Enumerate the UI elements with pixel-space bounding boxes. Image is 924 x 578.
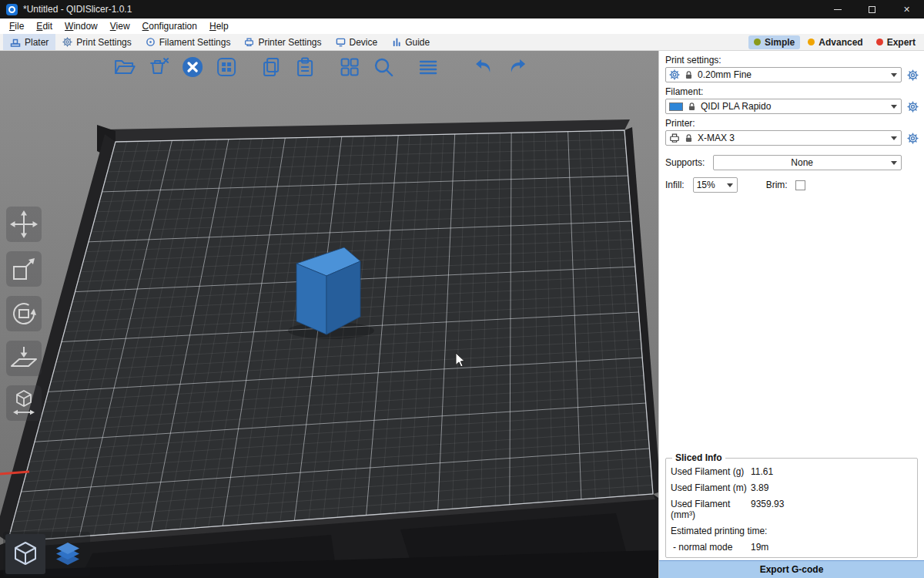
measure-tool-button[interactable] <box>6 385 42 421</box>
3d-cube-icon <box>12 540 39 568</box>
export-gcode-button[interactable]: Export G-code <box>659 560 924 578</box>
menubar: File Edit Window View Configuration Help <box>0 18 924 34</box>
top-toolbar <box>112 54 531 80</box>
left-toolbar <box>6 207 42 421</box>
menu-window[interactable]: Window <box>59 19 104 33</box>
menu-file[interactable]: File <box>3 19 30 33</box>
tab-device[interactable]: Device <box>329 34 385 50</box>
gear-icon <box>907 69 919 81</box>
place-on-face-icon <box>8 343 39 374</box>
mode-label: Expert <box>887 37 916 48</box>
chevron-down-icon <box>891 73 897 77</box>
split-button[interactable] <box>336 54 363 80</box>
supports-select[interactable]: None <box>713 155 902 170</box>
arrange-button[interactable] <box>213 54 239 80</box>
arrange-icon <box>215 55 238 79</box>
printer-select[interactable]: X-MAX 3 <box>665 130 902 146</box>
variable-layer-height-icon <box>417 55 440 79</box>
print-settings-select[interactable]: 0.20mm Fine <box>665 67 902 82</box>
sliced-info-title: Sliced Info <box>672 452 725 463</box>
infill-value: 15% <box>697 180 723 190</box>
place-on-face-tool-button[interactable] <box>6 341 42 376</box>
titlebar: *Untitled - QIDISlicer-1.0.1 ✕ <box>0 0 924 18</box>
redo-icon <box>506 55 529 79</box>
delete-all-button[interactable] <box>179 54 206 80</box>
split-icon <box>338 55 361 79</box>
printer-gear-button[interactable] <box>906 131 919 145</box>
menu-help[interactable]: Help <box>203 19 235 33</box>
mode-simple[interactable]: Simple <box>748 35 800 49</box>
tab-printer-settings[interactable]: Printer Settings <box>237 34 328 50</box>
supports-value: None <box>717 157 887 168</box>
sliced-info-panel: Sliced Info Used Filament (g) 11.61 Used… <box>665 458 918 558</box>
paste-icon <box>293 55 316 79</box>
filament-value: QIDI PLA Rapido <box>701 101 887 112</box>
used-filament-mm3-value: 9359.93 <box>751 499 912 520</box>
tab-guide[interactable]: Guide <box>384 34 437 50</box>
normal-mode-value: 19m <box>751 542 912 553</box>
preset-gear-icon <box>669 69 680 80</box>
tab-plater[interactable]: Plater <box>3 34 55 50</box>
viewport-3d[interactable] <box>0 51 658 578</box>
used-filament-g-label: Used Filament (g) <box>671 466 751 477</box>
chevron-down-icon <box>891 136 897 140</box>
paste-button[interactable] <box>292 54 318 80</box>
undo-button[interactable] <box>470 54 497 80</box>
minimize-icon <box>834 9 842 10</box>
infill-label: Infill: <box>665 180 685 190</box>
filament-color-swatch <box>669 102 683 111</box>
tab-label: Plater <box>25 37 49 48</box>
redo-button[interactable] <box>504 54 531 80</box>
copy-icon <box>259 55 283 79</box>
rotate-tool-button[interactable] <box>6 296 42 331</box>
model-cube[interactable] <box>296 247 360 334</box>
scene-canvas[interactable] <box>0 51 658 578</box>
filament-select[interactable]: QIDI PLA Rapido <box>665 99 902 114</box>
filament-settings-icon <box>146 37 156 47</box>
search-icon <box>372 55 395 79</box>
plater-icon <box>10 37 21 48</box>
brim-checkbox[interactable] <box>795 180 805 190</box>
lock-icon <box>684 133 694 143</box>
tab-label: Printer Settings <box>258 37 321 48</box>
copy-button[interactable] <box>258 54 284 80</box>
preview-layers-button[interactable] <box>48 534 88 574</box>
menu-configuration[interactable]: Configuration <box>136 19 203 33</box>
close-icon: ✕ <box>903 5 910 15</box>
mode-expert[interactable]: Expert <box>871 35 921 49</box>
qidislicer-window: *Untitled - QIDISlicer-1.0.1 ✕ File Edit… <box>0 0 924 578</box>
chevron-down-icon <box>727 183 733 187</box>
search-button[interactable] <box>370 54 397 80</box>
mode-advanced-dot <box>808 39 815 45</box>
open-button[interactable] <box>112 54 138 80</box>
mode-label: Simple <box>765 37 795 48</box>
menu-view[interactable]: View <box>104 19 136 33</box>
used-filament-mm3-label: Used Filament (mm³) <box>671 499 751 520</box>
printer-label: Printer: <box>665 118 918 129</box>
tab-label: Guide <box>405 37 430 48</box>
layers-button[interactable] <box>415 54 441 80</box>
infill-select[interactable]: 15% <box>693 177 738 193</box>
delete-icon <box>147 55 170 79</box>
menu-edit[interactable]: Edit <box>30 19 59 33</box>
device-icon <box>336 37 346 47</box>
delete-button[interactable] <box>146 54 172 80</box>
tab-filament-settings[interactable]: Filament Settings <box>139 34 238 50</box>
tab-label: Filament Settings <box>159 37 231 48</box>
app-logo-icon <box>6 4 18 15</box>
printer-settings-icon <box>244 37 254 47</box>
close-button[interactable]: ✕ <box>889 0 924 18</box>
scale-tool-button[interactable] <box>6 251 42 287</box>
filament-label: Filament: <box>665 86 918 97</box>
print-settings-gear-button[interactable] <box>906 68 919 82</box>
move-tool-button[interactable] <box>6 207 42 242</box>
mode-advanced[interactable]: Advanced <box>802 35 868 49</box>
gear-icon <box>907 133 919 144</box>
tab-print-settings[interactable]: Print Settings <box>55 34 138 50</box>
3d-view-button[interactable] <box>5 534 45 574</box>
filament-gear-button[interactable] <box>906 99 919 113</box>
maximize-button[interactable] <box>855 0 889 18</box>
mode-expert-dot <box>876 39 883 45</box>
guide-icon <box>391 37 401 47</box>
minimize-button[interactable] <box>820 0 855 18</box>
